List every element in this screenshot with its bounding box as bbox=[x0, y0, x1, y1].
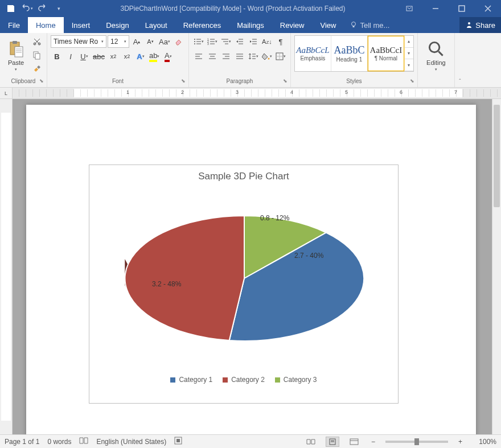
grow-font-button[interactable]: A▴ bbox=[130, 35, 143, 48]
chart-object[interactable]: Sample 3D Pie Chart 0.8 - 12% bbox=[89, 165, 399, 404]
tab-references[interactable]: References bbox=[175, 17, 229, 33]
brush-icon bbox=[32, 64, 42, 73]
ruler-horizontal[interactable]: L 1 2 3 4 5 6 7 bbox=[0, 88, 501, 99]
ruler-vertical[interactable] bbox=[0, 99, 13, 434]
tab-file[interactable]: File bbox=[0, 17, 28, 33]
decrease-indent-button[interactable] bbox=[233, 35, 246, 48]
clear-formatting-button[interactable] bbox=[173, 35, 185, 48]
collapse-ribbon-button[interactable]: ˆ bbox=[455, 33, 465, 87]
view-web-button[interactable] bbox=[347, 437, 361, 447]
font-size-combo[interactable]: 12▾ bbox=[108, 35, 129, 48]
status-words[interactable]: 0 words bbox=[47, 438, 71, 446]
align-center-button[interactable] bbox=[206, 50, 219, 63]
redo-button[interactable] bbox=[35, 1, 50, 16]
view-read-button[interactable] bbox=[304, 437, 318, 447]
font-name-value: Times New Ro bbox=[54, 38, 98, 46]
paragraph-launcher[interactable]: ⬊ bbox=[282, 78, 289, 85]
editing-button[interactable]: Editing ▾ bbox=[421, 35, 451, 76]
undo-button[interactable]: ▾ bbox=[19, 1, 34, 16]
increase-indent-button[interactable] bbox=[247, 35, 260, 48]
scissors-icon bbox=[32, 37, 42, 46]
bucket-icon bbox=[262, 52, 270, 60]
style-heading1[interactable]: AaBbCHeading 1 bbox=[331, 36, 368, 71]
align-left-button[interactable] bbox=[192, 50, 205, 63]
share-button[interactable]: Share bbox=[459, 17, 501, 33]
style-name: Heading 1 bbox=[336, 56, 363, 63]
format-painter-button[interactable] bbox=[31, 63, 43, 75]
borders-button[interactable]: ▾ bbox=[274, 50, 287, 63]
zoom-in-button[interactable]: + bbox=[456, 438, 465, 446]
scrollbar-vertical[interactable] bbox=[492, 99, 501, 434]
font-color-button[interactable]: A▾ bbox=[162, 50, 174, 63]
styles-down[interactable]: ▾ bbox=[404, 48, 413, 60]
subscript-button[interactable]: x2 bbox=[107, 50, 120, 63]
tab-selector[interactable]: L bbox=[0, 88, 13, 98]
status-proofing[interactable] bbox=[79, 437, 88, 446]
tab-view[interactable]: View bbox=[312, 17, 344, 33]
line-spacing-button[interactable]: ▾ bbox=[247, 50, 260, 63]
style-normal[interactable]: AaBbCcI¶ Normal bbox=[368, 36, 404, 71]
document-area: Sample 3D Pie Chart 0.8 - 12% bbox=[0, 99, 501, 434]
italic-button[interactable]: I bbox=[64, 50, 77, 63]
multilevel-list-button[interactable]: ▾ bbox=[220, 35, 232, 48]
styles-up[interactable]: ▴ bbox=[404, 36, 413, 48]
style-emphasis[interactable]: AaBbCcLEmphasis bbox=[295, 36, 331, 71]
web-icon bbox=[350, 438, 359, 445]
bold-button[interactable]: B bbox=[51, 50, 63, 63]
underline-button[interactable]: U▾ bbox=[78, 50, 91, 63]
tab-mailings[interactable]: Mailings bbox=[229, 17, 272, 33]
tab-insert[interactable]: Insert bbox=[64, 17, 98, 33]
highlight-button[interactable]: ab▾ bbox=[148, 50, 161, 63]
tell-me-search[interactable]: Tell me... bbox=[344, 17, 395, 33]
tab-layout[interactable]: Layout bbox=[137, 17, 175, 33]
zoom-level[interactable]: 100% bbox=[473, 438, 496, 446]
tab-review[interactable]: Review bbox=[272, 17, 313, 33]
superscript-button[interactable]: x2 bbox=[121, 50, 133, 63]
style-preview: AaBbCcI bbox=[370, 46, 403, 55]
ruler-num: 3 bbox=[236, 89, 239, 95]
numbering-button[interactable]: 123▾ bbox=[206, 35, 219, 48]
strikethrough-button[interactable]: abc bbox=[92, 50, 106, 63]
styles-more[interactable]: ▾ bbox=[404, 59, 413, 71]
minimize-button[interactable] bbox=[422, 0, 449, 17]
bullets-button[interactable]: ▾ bbox=[192, 35, 205, 48]
ribbon-options-button[interactable] bbox=[396, 0, 422, 17]
shading-button[interactable]: ▾ bbox=[261, 50, 273, 63]
align-center-icon bbox=[208, 52, 216, 60]
justify-button[interactable] bbox=[233, 50, 246, 63]
legend-swatch bbox=[275, 377, 280, 383]
maximize-button[interactable] bbox=[449, 0, 475, 17]
change-case-button[interactable]: Aa▾ bbox=[158, 35, 171, 48]
status-language[interactable]: English (United States) bbox=[96, 438, 166, 446]
sort-button[interactable]: AZ↓ bbox=[261, 35, 273, 48]
zoom-slider[interactable] bbox=[385, 441, 448, 443]
zoom-out-button[interactable]: − bbox=[369, 438, 377, 446]
save-button[interactable] bbox=[3, 1, 18, 16]
clipboard-launcher[interactable]: ⬊ bbox=[38, 78, 45, 85]
scrollbar-thumb[interactable] bbox=[494, 105, 500, 207]
styles-launcher[interactable]: ⬊ bbox=[409, 78, 416, 85]
show-marks-button[interactable]: ¶ bbox=[274, 35, 287, 48]
align-right-button[interactable] bbox=[220, 50, 232, 63]
copy-button[interactable] bbox=[31, 49, 43, 61]
styles-label: Styles bbox=[346, 78, 362, 84]
status-macro[interactable] bbox=[174, 437, 182, 446]
font-name-combo[interactable]: Times New Ro▾ bbox=[51, 35, 106, 48]
document-canvas[interactable]: Sample 3D Pie Chart 0.8 - 12% bbox=[13, 99, 501, 434]
group-styles: AaBbCcLEmphasis AaBbCHeading 1 AaBbCcI¶ … bbox=[291, 33, 418, 87]
chart-title: Sample 3D Pie Chart bbox=[89, 165, 398, 184]
font-launcher[interactable]: ⬊ bbox=[180, 78, 187, 85]
qat-customize[interactable]: ▾ bbox=[51, 1, 66, 16]
paste-button[interactable]: Paste ▾ bbox=[3, 35, 28, 76]
svg-rect-6 bbox=[13, 41, 17, 44]
tab-home[interactable]: Home bbox=[28, 17, 64, 33]
status-page[interactable]: Page 1 of 1 bbox=[5, 438, 39, 446]
tab-design[interactable]: Design bbox=[98, 17, 137, 33]
svg-rect-62 bbox=[350, 439, 358, 445]
view-print-button[interactable] bbox=[326, 437, 339, 447]
zoom-knob[interactable] bbox=[414, 438, 419, 445]
close-button[interactable] bbox=[475, 0, 501, 17]
shrink-font-button[interactable]: A▾ bbox=[144, 35, 157, 48]
cut-button[interactable] bbox=[31, 35, 43, 48]
text-effects-button[interactable]: A▾ bbox=[134, 50, 147, 63]
